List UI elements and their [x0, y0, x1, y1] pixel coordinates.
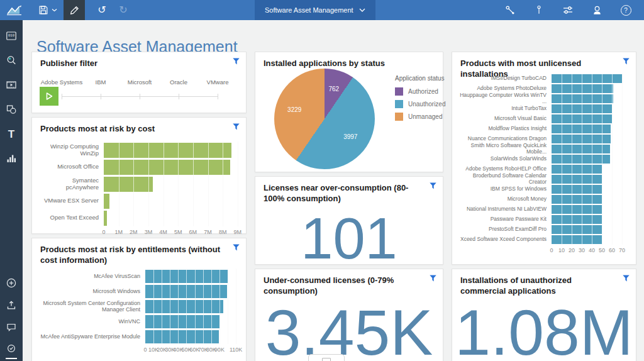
filter-funnel-icon[interactable]: [233, 58, 240, 65]
legend-item[interactable]: Unauthorized: [395, 100, 445, 108]
bar[interactable]: [552, 175, 602, 184]
bar-category-label: Smith Micro Software QuickLink Mobile...: [457, 143, 552, 155]
visualizations-icon[interactable]: [3, 150, 19, 167]
text-widget-icon[interactable]: T: [3, 126, 19, 142]
edit-pencil-button[interactable]: [64, 0, 85, 20]
bar-row[interactable]: Xceed Software Xceed Components: [457, 235, 627, 245]
bar-row[interactable]: Open Text Exceed: [40, 209, 238, 226]
bar-row[interactable]: Hauppauge Computer Works WinTV ...: [457, 94, 627, 104]
pin-icon[interactable]: [530, 0, 548, 20]
filter-sliders-icon[interactable]: [558, 0, 577, 20]
axis-tick-label: 1M: [114, 229, 123, 235]
axis-tick-label: 10: [558, 247, 565, 253]
chevron-down-icon: [359, 8, 365, 12]
bar-row[interactable]: Microsoft Money: [457, 194, 627, 204]
link-icon[interactable]: [501, 0, 519, 20]
bar-row[interactable]: PrestoSoft ExamDiff Pro: [457, 225, 627, 235]
bar[interactable]: [552, 74, 622, 83]
data-panel-icon[interactable]: 010: [3, 28, 19, 44]
bar-category-label: Microsoft System Center Configuration Ma…: [37, 300, 145, 313]
search-explore-icon[interactable]: [3, 52, 19, 69]
bar[interactable]: [552, 225, 602, 234]
bar[interactable]: [145, 300, 223, 313]
bar[interactable]: [552, 165, 602, 174]
bar-row[interactable]: WinVNC: [37, 314, 238, 329]
bar[interactable]: [552, 205, 602, 214]
bar[interactable]: [104, 211, 107, 226]
bar-row[interactable]: IMSI/Design TurboCAD: [457, 74, 627, 84]
filter-funnel-icon[interactable]: [623, 58, 630, 65]
legend-item[interactable]: Unmanaged: [395, 113, 445, 121]
bar-row[interactable]: Intuit TurboTax: [457, 104, 627, 114]
status-pie-chart[interactable]: 76239973229: [274, 69, 375, 169]
bar[interactable]: [552, 104, 612, 113]
bar-row[interactable]: Broderbund Software Calendar Creator: [457, 174, 627, 184]
slider-option-label[interactable]: VMware: [207, 79, 229, 86]
bar[interactable]: [552, 185, 602, 194]
bar-category-label: VMware ESX Server: [40, 197, 104, 204]
bar-row[interactable]: Winzip Computing WinZip: [40, 142, 238, 158]
bar-row[interactable]: Microsoft System Center Configuration Ma…: [37, 299, 238, 314]
shapes-widget-icon[interactable]: [3, 101, 19, 118]
card-title: Installations of unauthorized commercial…: [460, 275, 617, 297]
filter-funnel-icon[interactable]: [430, 182, 436, 189]
bar-row[interactable]: Moldflow Plastics Insight: [457, 124, 627, 134]
bar-row[interactable]: IBM SPSS for Windows: [457, 184, 627, 194]
bar[interactable]: [552, 195, 602, 204]
bar-row[interactable]: McAfee VirusScan: [37, 269, 238, 284]
slider-play-button[interactable]: [40, 87, 58, 106]
widget-toolbar-popup[interactable]: [308, 354, 345, 361]
bar[interactable]: [552, 145, 610, 153]
bar-row[interactable]: Passware Passware Kit: [457, 214, 627, 225]
bar[interactable]: [145, 330, 219, 343]
bar[interactable]: [145, 315, 219, 328]
bar[interactable]: [104, 160, 230, 175]
bar[interactable]: [552, 215, 602, 224]
bar[interactable]: [552, 114, 612, 123]
user-icon[interactable]: [587, 0, 606, 20]
axis-tick-label: 90K: [214, 347, 225, 353]
bar-category-label: Adobe Systems PhotoDeluxe: [457, 86, 552, 92]
add-source-icon[interactable]: [3, 275, 19, 291]
slider-option-label[interactable]: Adobe Systems: [41, 79, 83, 86]
comment-icon[interactable]: [3, 319, 19, 335]
dashboard-selector[interactable]: Software Asset Management: [255, 0, 375, 20]
help-icon[interactable]: ?: [616, 0, 635, 20]
bar[interactable]: [104, 194, 109, 209]
bar[interactable]: [552, 135, 611, 143]
bar-row[interactable]: Microsoft Visual Basic: [457, 114, 627, 124]
bar[interactable]: [145, 270, 228, 283]
undo-button[interactable]: ↺: [92, 0, 111, 20]
bar[interactable]: [145, 285, 227, 298]
bar-row[interactable]: McAfee AntiSpyware Enterprise Module: [37, 329, 238, 344]
slider-option-label[interactable]: IBM: [96, 79, 106, 86]
filter-funnel-icon[interactable]: [430, 275, 436, 282]
filter-funnel-icon[interactable]: [623, 275, 630, 282]
bar[interactable]: [104, 143, 231, 158]
bar-row[interactable]: Microsoft Office: [40, 158, 238, 175]
bar[interactable]: [104, 177, 153, 192]
bar-row[interactable]: Microsoft Windows: [37, 284, 238, 299]
filter-funnel-icon[interactable]: [233, 123, 240, 130]
bar-row[interactable]: Smith Micro Software QuickLink Mobile...: [457, 144, 627, 154]
widget-icon: [322, 358, 331, 361]
filter-funnel-icon[interactable]: [233, 244, 240, 251]
bar[interactable]: [552, 155, 610, 164]
upload-icon[interactable]: [3, 297, 19, 313]
bar[interactable]: [552, 235, 602, 244]
slider-option-label[interactable]: Microsoft: [128, 79, 152, 86]
slider-option-label[interactable]: Oracle: [170, 79, 187, 86]
bar[interactable]: [552, 125, 611, 133]
save-button[interactable]: [38, 0, 57, 20]
media-widget-icon[interactable]: [3, 77, 19, 93]
bar-row[interactable]: SolarWinds SolarWinds: [457, 154, 627, 164]
legend-item[interactable]: Authorized: [395, 87, 445, 96]
bar-row[interactable]: National Instruments NI LabVIEW: [457, 204, 627, 214]
redo-button[interactable]: ↻: [114, 0, 133, 20]
console-icon[interactable]: [3, 341, 19, 357]
bar-row[interactable]: VMware ESX Server: [40, 192, 238, 209]
top-toolbar: ↺ ↻ Software Asset Management: [0, 0, 644, 20]
bar[interactable]: [552, 94, 613, 103]
bar-row[interactable]: Symantec pcAnywhere: [40, 175, 238, 192]
bar[interactable]: [552, 84, 613, 93]
